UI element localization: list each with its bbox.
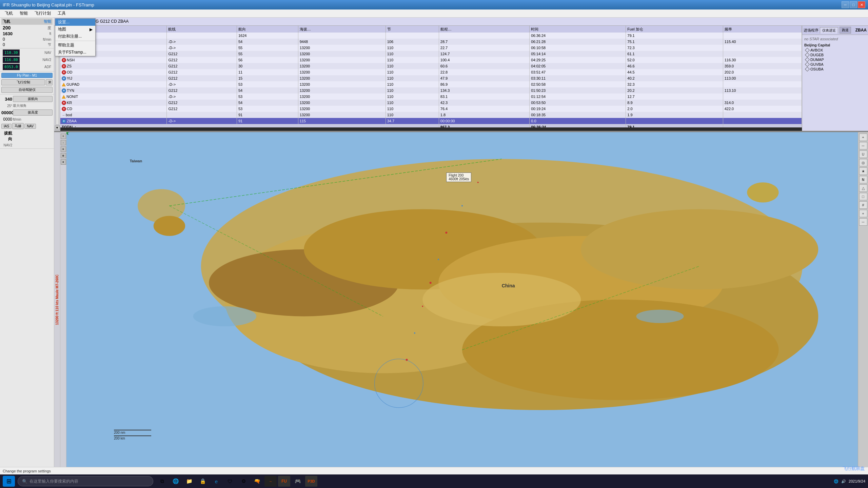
table-row[interactable]: →eoc -D-> 55 13200 110 22.7 06:10:58 72.… [60,45,802,51]
taskbar-app-taskview[interactable]: ⧉ [156,476,168,487]
table-row[interactable]: ✦CD G212 53 13200 110 76.4 00:19:24 2.0 … [60,106,802,112]
vertical-strip-label: 13200 ft 110 kts Maule M7-260C [54,132,60,467]
map-area: 13200 ft 110 kts Maule M7-260C + - ✈ ⊕ ✦ [54,132,868,467]
menu-tools[interactable]: 工具 [54,10,69,17]
table-row[interactable]: GUPAD -D-> 53 13200 110 86.9 02:50:58 32… [60,81,802,87]
menu-aircraft[interactable]: 飞机 [1,10,16,17]
cell-heading: 53 [237,94,298,100]
context-menu-item-settings[interactable]: 设置... [55,19,95,26]
maximize-button[interactable]: □ [850,1,857,8]
approach-fix-item[interactable]: AVBOX [804,48,866,53]
minimize-button[interactable]: ─ [842,1,849,8]
map-canvas[interactable]: Taiwan China Flight 200 4600ft 205kts 20… [66,132,858,467]
table-row[interactable]: ✦ZS G212 30 13200 110 60.6 04:02:05 46.6… [60,63,802,69]
svg-point-11 [154,216,185,236]
context-menu-item-help[interactable]: 帮助主题 [55,42,95,49]
taskbar-app-store[interactable]: 🔒 [197,476,209,487]
mach-btn[interactable]: 马赫 [12,123,24,129]
metric-button[interactable]: 米 [46,79,53,85]
approach-fix-item[interactable]: DUGEB [804,53,866,57]
map-ctrl-2[interactable]: ⊕ [61,153,66,158]
taskbar-app-explorer[interactable]: 📁 [183,476,195,487]
scale-line-km [114,435,151,436]
table-row[interactable]: →bod 91 13200 110 1.8 00:18:35 1.9 [60,112,802,118]
taskbar-tray: 🌐 🔊 2021/9/24 [834,479,865,484]
autopilot-button[interactable]: 自动驾驶仪 [1,87,53,93]
taskbar-app-sec[interactable]: 🛡 [224,476,236,487]
zoom-minus-btn[interactable]: - [61,140,66,145]
taskbar-app-ie[interactable]: e [210,476,222,487]
svg-point-22 [461,205,463,206]
cell-time: 04:29:25 [530,57,626,63]
cell-alt: 13200 [298,106,386,112]
taskbar-app-game[interactable]: 🎮 [292,476,304,487]
table-row[interactable]: SUBUL G212 55 13200 110 124.7 05:14:14 6… [60,51,802,57]
flight-ctrl-button[interactable]: 飞行控制 [1,79,45,85]
heading-val: 340 [1,97,12,102]
map-ctrl-1[interactable]: ✈ [61,146,66,152]
table-row[interactable]: ✦NSH G212 56 13200 110 100.4 04:29:25 52… [60,57,802,63]
approach-fix-item[interactable]: DUMAP [804,57,866,62]
taskbar-app-fu[interactable]: FU [278,476,290,487]
title-bar: IFR Shuangliu to Beijing Capital.pln - F… [0,0,868,9]
table-row[interactable]: ✦YIJ G212 15 13200 110 47.9 03:30:11 40.… [60,75,802,81]
approach-tab-instrument[interactable]: 仪表进近 [820,27,838,34]
map-btn-u[interactable]: U [859,150,867,158]
col-dist: 航程… [439,26,530,33]
table-row[interactable]: ✦OD G212 11 13200 110 22.8 03:51:47 44.5… [60,69,802,75]
table-row[interactable]: NONIT -D-> 53 13200 110 83.1 01:12:54 12… [60,94,802,100]
cell-spd: 110 [386,100,439,106]
table-row[interactable]: ✦ZUUU 1624 06:36:24 79.1 [60,33,802,39]
taskbar-app-tilde[interactable]: ~ [264,476,277,487]
table-row[interactable]: ✦TYN G212 54 13200 110 134.3 01:50:23 20… [60,87,802,94]
taskbar-app-edge[interactable]: 🌐 [170,476,182,487]
taskbar-app-p3d[interactable]: P3D [305,476,317,487]
flight-plan-tbody: ✦ZUUU 1624 06:36:24 79.1 ✦JTG -D-> 54 94… [60,33,802,127]
diamond-icon [805,57,810,62]
map-zoom-in[interactable]: + [859,134,867,141]
map-btn-minus2[interactable]: ─ [859,218,867,226]
context-menu-item-about[interactable]: 关于FSTramp... [55,49,95,56]
status-text: Change the program settings [3,469,51,473]
table-row[interactable]: ✦JTG -D-> 54 9448 106 28.7 06:21:28 75.1… [60,39,802,45]
flyplan-button[interactable]: Fly Plan - M1 [1,73,53,78]
approach-tab-runway[interactable]: 跑道 [840,27,851,34]
approach-fix-item[interactable]: OSUBA [804,67,866,72]
map-btn-n[interactable]: N [859,176,867,183]
cell-heading: 55 [237,45,298,51]
menu-smart[interactable]: 智能 [16,10,31,17]
start-button[interactable]: ⊞ [3,476,15,487]
table-row[interactable]: ✦ZBAA -D-> 91 115 34.7 00:00:00 0.0 [60,118,802,124]
map-btn-star[interactable]: ★ [859,167,867,175]
map-btn-hash[interactable]: # [859,201,867,209]
approach-header: 进场程序 仪表进近 跑道 ZBAA [802,26,868,35]
approach-fix-item[interactable]: GUVBA [804,62,866,67]
table-row[interactable]: ✦KR G212 54 13200 110 42.3 00:53:50 8.9 … [60,100,802,106]
fix-name: AVBOX [810,48,823,52]
context-menu-item-map[interactable]: 地图 ▶ [55,26,95,33]
cell-freq [723,51,802,57]
nav-btn[interactable]: NAV [24,124,36,129]
taskbar-app-proc[interactable]: ⚙ [237,476,250,487]
cell-dist: 42.3 [439,100,530,106]
heading-btn[interactable]: 拔航向 [13,96,53,102]
map-ctrl-3[interactable]: ✦ [61,159,66,165]
ias-btn[interactable]: IAS [1,124,12,129]
cell-fuel: 1.9 [626,112,723,118]
map-zoom-out[interactable]: ─ [859,142,867,149]
map-btn-plus2[interactable]: + [859,210,867,217]
taskbar-search-box[interactable]: 🔍 在这里输入你要搜索的内容 [18,476,153,486]
zoom-plus-btn[interactable]: + [61,134,66,139]
fix-name: DUMAP [810,58,824,62]
context-menu-item-payment[interactable]: 付款和注册... [55,33,95,40]
cell-time: 00:53:50 [530,100,626,106]
close-button[interactable]: ✕ [858,1,865,8]
map-btn-tri[interactable]: △ [859,184,867,192]
taskbar-app-gun[interactable]: 🔫 [251,476,263,487]
altitude-btn[interactable]: 拔高度 [13,109,53,116]
cell-id: NONIT [60,94,167,100]
menu-flightplan[interactable]: 飞行计划 [31,10,54,17]
map-btn-sq[interactable]: □ [859,193,867,200]
scroll-down-btn[interactable]: ▼ [55,125,60,130]
map-btn-circle[interactable]: ◎ [859,159,867,166]
